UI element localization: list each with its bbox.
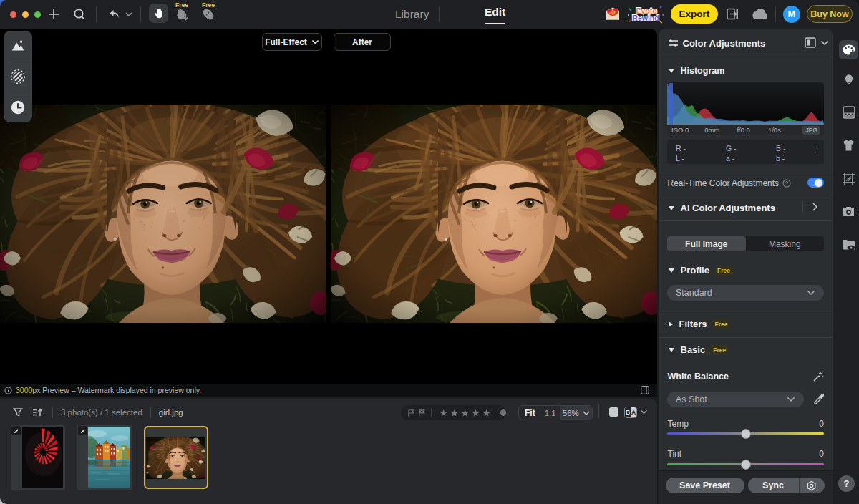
svg-text:Rewind: Rewind [632,14,659,22]
